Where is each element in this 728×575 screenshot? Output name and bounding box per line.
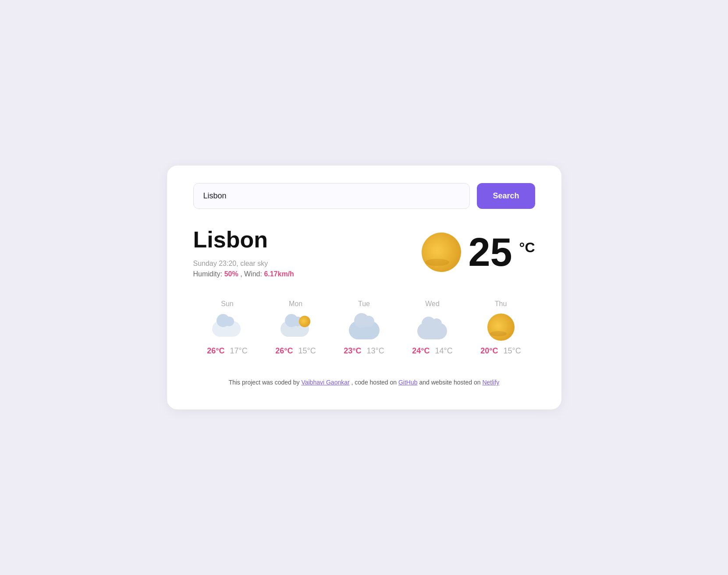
weather-card: Search Lisbon Sunday 23:20, clear sky Hu… bbox=[167, 166, 561, 409]
high-temp-sun: 26°C bbox=[207, 346, 224, 356]
high-temp-mon: 26°C bbox=[275, 346, 293, 356]
low-temp-thu: 15°C bbox=[504, 346, 521, 356]
forecast-temps-wed: 24°C 14°C bbox=[412, 346, 452, 356]
weather-stats: Humidity: 50% , Wind: 6.17km/h bbox=[193, 270, 294, 278]
low-temp-mon: 15°C bbox=[298, 346, 316, 356]
low-temp-wed: 14°C bbox=[435, 346, 453, 356]
footer-suffix: and website hosted on bbox=[419, 379, 482, 386]
high-temp-thu: 20°C bbox=[480, 346, 498, 356]
day-label-thu: Thu bbox=[495, 300, 507, 308]
forecast-temps-tue: 23°C 13°C bbox=[344, 346, 384, 356]
overcast-icon bbox=[349, 321, 380, 339]
sun-behind-cloud-icon bbox=[281, 315, 311, 337]
humidity-value: 50% bbox=[224, 270, 238, 278]
temperature-value: 25 bbox=[468, 233, 512, 272]
forecast-temps-mon: 26°C 15°C bbox=[275, 346, 316, 356]
city-name: Lisbon bbox=[193, 226, 294, 253]
cloud-bump2 bbox=[431, 318, 442, 329]
footer-middle: , code hosted on bbox=[352, 379, 398, 386]
search-row: Search bbox=[193, 183, 535, 209]
forecast-day-thu: Thu 20°C 15°C bbox=[467, 300, 535, 356]
high-temp-tue: 23°C bbox=[344, 346, 361, 356]
city-info: Lisbon Sunday 23:20, clear sky Humidity:… bbox=[193, 226, 294, 278]
day-label-sun: Sun bbox=[221, 300, 233, 308]
day-label-wed: Wed bbox=[425, 300, 440, 308]
clear-sun-icon bbox=[487, 314, 515, 341]
forecast-temps-thu: 20°C 15°C bbox=[480, 346, 521, 356]
partly-cloudy-icon bbox=[212, 315, 243, 337]
forecast-icon-thu bbox=[486, 315, 516, 339]
high-temp-wed: 24°C bbox=[412, 346, 430, 356]
current-weather: Lisbon Sunday 23:20, clear sky Humidity:… bbox=[193, 226, 535, 278]
day-label-mon: Mon bbox=[289, 300, 302, 308]
footer-prefix: This project was coded by bbox=[229, 379, 302, 386]
forecast-day-tue: Tue 23°C 13°C bbox=[330, 300, 398, 356]
forecast-icon-mon bbox=[281, 315, 311, 339]
wind-value: 6.17km/h bbox=[264, 270, 294, 278]
day-label-tue: Tue bbox=[358, 300, 370, 308]
forecast-icon-sun bbox=[212, 315, 243, 339]
wind-label: , Wind: bbox=[240, 270, 262, 278]
forecast-icon-wed bbox=[417, 315, 448, 339]
github-link[interactable]: GitHub bbox=[398, 379, 418, 386]
netlify-link[interactable]: Netlify bbox=[482, 379, 499, 386]
temperature-unit: °C bbox=[519, 240, 535, 256]
low-temp-sun: 17°C bbox=[230, 346, 248, 356]
humidity-label: Humidity: bbox=[193, 270, 223, 278]
search-input[interactable] bbox=[193, 183, 470, 209]
sun-icon-large bbox=[422, 233, 461, 272]
forecast-day-sun: Sun 26°C 17°C bbox=[193, 300, 262, 356]
temperature-display: 25 °C bbox=[422, 233, 535, 272]
author-link[interactable]: Vaibhavi Gaonkar bbox=[301, 379, 349, 386]
forecast-day-mon: Mon 26°C 15°C bbox=[262, 300, 330, 356]
forecast-day-wed: Wed 24°C 14°C bbox=[398, 300, 467, 356]
datetime: Sunday 23:20, clear sky bbox=[193, 260, 294, 268]
footer: This project was coded by Vaibhavi Gaonk… bbox=[193, 377, 535, 387]
forecast-temps-sun: 26°C 17°C bbox=[207, 346, 247, 356]
forecast-icon-tue bbox=[349, 315, 380, 339]
forecast-row: Sun 26°C 17°C Mon 26°C 15°C bbox=[193, 300, 535, 356]
search-button[interactable]: Search bbox=[477, 183, 535, 209]
low-temp-tue: 13°C bbox=[367, 346, 384, 356]
